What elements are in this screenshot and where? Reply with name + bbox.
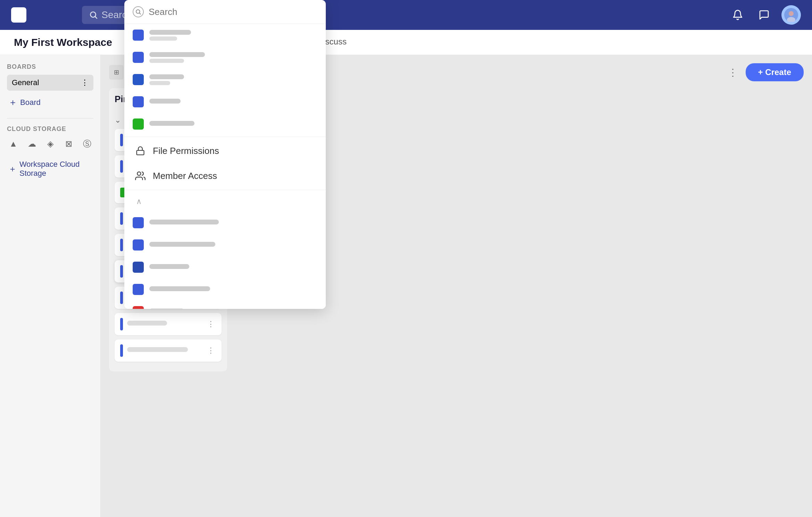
chevron-up-icon[interactable]: ∧: [133, 196, 145, 207]
task-content: [127, 321, 201, 328]
item-color-icon: [133, 284, 144, 295]
list-item[interactable]: [124, 234, 326, 256]
item-text-block: [149, 242, 317, 248]
board-more-options-button[interactable]: ⋮: [726, 65, 740, 80]
list-item[interactable]: [124, 24, 326, 46]
list-item[interactable]: [124, 68, 326, 91]
item-text-block: [149, 264, 317, 271]
list-item[interactable]: [124, 113, 326, 135]
add-board-plus-icon: ＋: [8, 96, 17, 108]
message-button[interactable]: [755, 6, 773, 24]
column-expand-icon[interactable]: ⌄: [115, 116, 121, 124]
dropdown-list: File Permissions Member Access ∧: [124, 24, 326, 309]
item-title-bar: [149, 220, 219, 224]
board-more-icon[interactable]: ⋮: [81, 78, 89, 87]
svg-point-8: [137, 172, 141, 175]
svg-line-6: [139, 13, 140, 14]
add-cloud-storage-button[interactable]: ＋ Workspace Cloud Storage: [7, 157, 93, 181]
task-more-button[interactable]: ⋮: [206, 318, 216, 330]
table-row: ⋮: [115, 339, 222, 362]
workspace-title: My First Workspace: [14, 36, 112, 48]
nav-icons: [729, 5, 801, 25]
item-color-icon: [133, 74, 144, 85]
task-color-bar: [120, 344, 123, 357]
item-title-bar: [149, 121, 194, 126]
list-item[interactable]: [124, 212, 326, 234]
item-title-bar: [149, 309, 184, 309]
board-item-label: General: [12, 78, 39, 87]
task-content: [127, 347, 201, 354]
add-board-button[interactable]: ＋ Board: [7, 93, 93, 111]
search-dropdown[interactable]: File Permissions Member Access ∧: [124, 0, 326, 309]
item-title-bar: [149, 52, 205, 57]
search-input-row: [124, 0, 326, 24]
member-access-item[interactable]: Member Access: [124, 163, 326, 188]
collapse-row[interactable]: ∧: [124, 191, 326, 212]
grid-view-button[interactable]: ⊞: [109, 65, 124, 80]
people-icon: [134, 170, 147, 182]
task-color-bar: [120, 134, 123, 146]
item-color-icon: [133, 239, 144, 251]
email-icon[interactable]: ⊠: [62, 137, 75, 151]
sidebar-divider: [7, 118, 93, 118]
item-text-block: [149, 309, 317, 309]
item-title-bar: [149, 30, 191, 35]
svg-rect-7: [137, 150, 144, 155]
list-item[interactable]: [124, 301, 326, 309]
member-access-label: Member Access: [153, 171, 217, 181]
item-color-icon: [133, 118, 144, 130]
item-text-block: [149, 74, 317, 85]
svg-point-3: [789, 11, 794, 16]
item-text-block: [149, 286, 317, 293]
item-text-block: [149, 220, 317, 226]
cloud-storage-icons: ▲ ☁ ◈ ⊠ Ⓢ: [7, 137, 93, 151]
list-item[interactable]: [124, 256, 326, 278]
item-text-block: [149, 30, 317, 41]
cloud-icon[interactable]: ☁: [25, 137, 38, 151]
task-color-bar: [120, 265, 123, 278]
logo[interactable]: [11, 7, 26, 23]
item-sub-bar: [149, 59, 184, 63]
item-text-block: [149, 99, 317, 105]
dropdown-search-input[interactable]: [149, 7, 317, 17]
user-avatar[interactable]: [781, 5, 801, 25]
create-button[interactable]: + Create: [746, 63, 804, 81]
table-row: ⋮: [115, 313, 222, 335]
drive-icon[interactable]: ▲: [7, 137, 20, 151]
lock-icon: [134, 145, 147, 157]
boards-label: BOARDS: [7, 63, 93, 71]
secondary-nav: My First Workspace ⋮ Overview Workspaces…: [0, 30, 812, 55]
item-sub-bar: [149, 36, 177, 41]
cloud-storage-label: CLOUD STORAGE: [7, 125, 93, 133]
file-permissions-item[interactable]: File Permissions: [124, 138, 326, 163]
top-nav: [0, 0, 812, 30]
message-icon: [759, 9, 770, 20]
task-more-button[interactable]: ⋮: [206, 345, 216, 356]
list-item[interactable]: [124, 278, 326, 301]
bell-icon: [732, 9, 743, 20]
item-color-icon: [133, 96, 144, 107]
search-circle-icon: [133, 6, 144, 17]
task-title-bar: [127, 321, 167, 326]
svg-line-1: [95, 17, 97, 18]
file-permissions-label: File Permissions: [153, 146, 219, 156]
item-title-bar: [149, 74, 184, 79]
item-text-block: [149, 121, 317, 128]
sharepoint-icon[interactable]: Ⓢ: [81, 137, 93, 151]
board-item-general[interactable]: General ⋮: [7, 75, 93, 91]
add-cloud-label: Workspace Cloud Storage: [19, 160, 92, 178]
task-color-bar: [120, 212, 123, 225]
sidebar: BOARDS General ⋮ ＋ Board CLOUD STORAGE ▲…: [0, 55, 101, 517]
task-color-bar: [120, 318, 123, 330]
search-icon: [89, 10, 98, 20]
notification-button[interactable]: [729, 6, 747, 24]
item-text-block: [149, 52, 317, 63]
task-color-bar: [120, 160, 123, 173]
item-color-icon: [133, 262, 144, 273]
list-item[interactable]: [124, 91, 326, 113]
list-item[interactable]: [124, 46, 326, 68]
dropbox-icon[interactable]: ◈: [44, 137, 57, 151]
item-title-bar: [149, 99, 181, 104]
dropdown-separator-2: [124, 190, 326, 190]
item-color-icon: [133, 217, 144, 228]
